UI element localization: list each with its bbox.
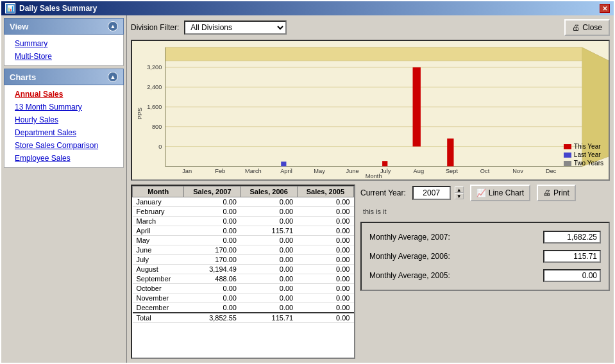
cell-s2006: 0.00	[240, 245, 297, 255]
close-icon: 🖨	[572, 23, 580, 32]
svg-text:800: 800	[152, 124, 162, 130]
year-up-button[interactable]: ▲	[455, 186, 464, 193]
table-row: August 3,194.49 0.00 0.00	[133, 265, 354, 274]
year-down-button[interactable]: ▼	[455, 193, 464, 199]
cell-s2007: 0.00	[184, 226, 240, 236]
cell-total-label: Total	[133, 313, 184, 323]
current-year-label: Current Year:	[360, 188, 406, 197]
table-row: May 0.00 0.00 0.00	[133, 236, 354, 245]
svg-text:2,400: 2,400	[147, 84, 162, 90]
cell-s2005: 0.00	[297, 284, 353, 294]
cell-s2005: 0.00	[297, 207, 353, 217]
title-bar: 📊 Daily Sales Summary ✕	[1, 1, 614, 15]
data-section: Month Sales, 2007 Sales, 2006 Sales, 200…	[131, 185, 610, 359]
legend-last-year: Last Year	[564, 151, 603, 158]
cell-s2007: 488.06	[184, 274, 240, 284]
print-button[interactable]: 🖨 Print	[537, 185, 576, 201]
window-title: Daily Sales Summary	[19, 4, 97, 13]
line-chart-button[interactable]: 📈 Line Chart	[470, 185, 530, 201]
legend-this-year-color	[564, 144, 571, 149]
table-row: February 0.00 0.00 0.00	[133, 207, 354, 217]
cell-s2006: 0.00	[240, 207, 297, 217]
svg-rect-31	[413, 67, 421, 146]
controls-row: Current Year: ▲ ▼ 📈 Line Chart 🖨 Pri	[360, 185, 610, 201]
svg-text:April: April	[280, 168, 292, 174]
cell-s2007: 0.00	[184, 294, 240, 303]
chart-svg: 3,200 2,400 1,600 800 0 PPS Jan Feb Marc…	[132, 41, 609, 179]
svg-text:PPS: PPS	[137, 108, 143, 120]
division-filter: Division Filter: All Divisions Division …	[131, 21, 287, 35]
data-table-container[interactable]: Month Sales, 2007 Sales, 2006 Sales, 200…	[131, 185, 355, 359]
main-window: 📊 Daily Sales Summary ✕ View ▲ Summary M…	[0, 0, 615, 364]
cell-month: April	[133, 226, 184, 236]
cell-s2007: 0.00	[184, 207, 240, 217]
monthly-avg-2005-label: Monthly Average, 2005:	[369, 271, 450, 280]
cell-total-2006: 115.71	[240, 313, 297, 323]
app-icon: 📊	[5, 3, 15, 13]
svg-text:May: May	[314, 168, 325, 174]
legend-two-years: Two Years	[564, 160, 603, 167]
sidebar-item-employee-sales[interactable]: Employee Sales	[4, 152, 123, 165]
cell-s2007: 3,194.49	[184, 265, 240, 274]
svg-text:Aug: Aug	[414, 168, 425, 174]
sidebar-item-multi-store[interactable]: Multi-Store	[4, 50, 123, 63]
sidebar-item-summary[interactable]: Summary	[4, 37, 123, 50]
svg-text:Feb: Feb	[215, 168, 225, 174]
svg-text:Jan: Jan	[182, 168, 192, 174]
cell-s2005: 0.00	[297, 274, 353, 284]
charts-collapse-icon[interactable]: ▲	[108, 72, 118, 82]
close-button[interactable]: 🖨 Close	[564, 19, 610, 36]
chart-legend: This Year Last Year Two Years	[564, 143, 603, 167]
cell-s2007: 0.00	[184, 303, 240, 313]
right-content: Division Filter: All Divisions Division …	[127, 15, 614, 363]
svg-rect-30	[382, 161, 387, 166]
stats-box: Monthly Average, 2007: 1,682.25 Monthly …	[360, 222, 610, 291]
svg-text:Nov: Nov	[512, 168, 523, 174]
cell-s2005: 0.00	[297, 236, 353, 245]
sidebar-item-13-month[interactable]: 13 Month Summary	[4, 101, 123, 113]
svg-text:March: March	[245, 168, 262, 174]
cell-total-2007: 3,852.55	[184, 313, 240, 323]
cell-s2007: 0.00	[184, 197, 240, 207]
table-row: July 170.00 0.00 0.00	[133, 255, 354, 265]
sidebar-item-department-sales[interactable]: Department Sales	[4, 126, 123, 139]
cell-month: February	[133, 207, 184, 217]
year-spinner[interactable]: ▲ ▼	[455, 186, 464, 199]
table-row: December 0.00 0.00 0.00	[133, 303, 354, 313]
table-row: November 0.00 0.00 0.00	[133, 294, 354, 303]
view-items: Summary Multi-Store	[4, 35, 124, 66]
cell-month: March	[133, 217, 184, 226]
charts-section: Charts ▲ Annual Sales 13 Month Summary H…	[4, 69, 124, 168]
col-2006: Sales, 2006	[240, 186, 297, 197]
svg-text:1,600: 1,600	[147, 104, 162, 110]
sidebar-item-hourly-sales[interactable]: Hourly Sales	[4, 113, 123, 126]
sidebar-item-store-sales[interactable]: Store Sales Comparison	[4, 139, 123, 152]
division-select[interactable]: All Divisions Division 1 Division 2	[184, 21, 287, 35]
window-close-button[interactable]: ✕	[600, 4, 610, 13]
cell-s2005: 0.00	[297, 255, 353, 265]
svg-text:0: 0	[158, 144, 162, 150]
view-collapse-icon[interactable]: ▲	[108, 21, 118, 31]
cell-month: January	[133, 197, 184, 207]
view-header: View ▲	[4, 18, 124, 35]
monthly-avg-2007-label: Monthly Average, 2007:	[369, 233, 450, 242]
year-input[interactable]	[412, 186, 451, 200]
cell-month: June	[133, 245, 184, 255]
division-label: Division Filter:	[131, 23, 179, 32]
col-month: Month	[133, 186, 184, 197]
cell-s2005: 0.00	[297, 294, 353, 303]
stat-row-2005: Monthly Average, 2005: 0.00	[369, 269, 601, 282]
cell-s2005: 0.00	[297, 303, 353, 313]
svg-rect-32	[447, 138, 453, 166]
cell-s2007: 0.00	[184, 284, 240, 294]
right-panel: Current Year: ▲ ▼ 📈 Line Chart 🖨 Pri	[360, 185, 610, 359]
col-2007: Sales, 2007	[184, 186, 240, 197]
cell-month: September	[133, 274, 184, 284]
cell-month: July	[133, 255, 184, 265]
stat-row-2007: Monthly Average, 2007: 1,682.25	[369, 231, 601, 244]
view-header-label: View	[10, 22, 28, 31]
sidebar-item-annual-sales[interactable]: Annual Sales	[4, 88, 123, 101]
table-total-row: Total 3,852.55 115.71 0.00	[133, 313, 354, 323]
line-chart-icon: 📈	[476, 188, 486, 197]
cell-s2007: 0.00	[184, 217, 240, 226]
